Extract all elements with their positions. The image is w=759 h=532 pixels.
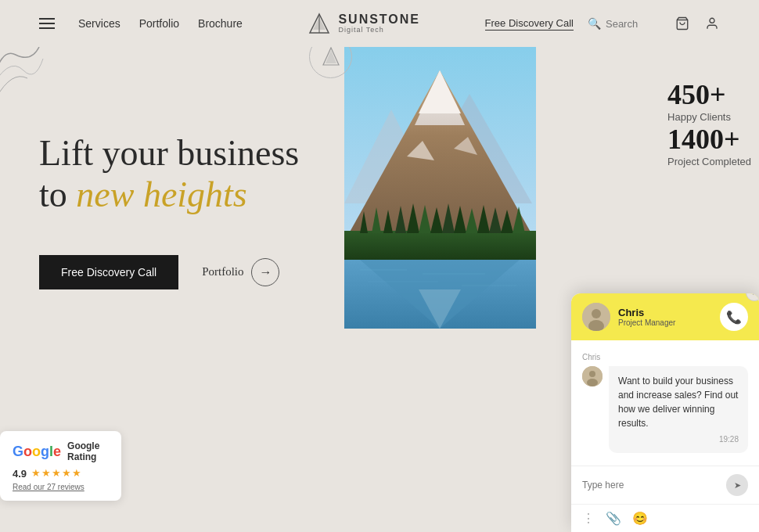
stat-happy-clients: 450+ Happy Clients [667,78,751,123]
hamburger-button[interactable] [39,18,55,29]
chat-avatar [582,303,610,331]
rating-stars: ★★★★★ [31,467,82,480]
google-rating-widget: Google Google Rating 4.9 ★★★★★ Read our … [0,431,121,501]
cart-icon[interactable] [674,16,690,31]
chat-agent-name: Chris [618,307,675,318]
chat-footer-icons: ⋮ 📎 😊 [571,504,759,532]
logo-text: SUNSTONE Digital Tech [338,13,420,34]
hero-buttons: Free Discovery Call Portfolio → [39,255,383,289]
badge-icon [319,45,343,69]
chat-body: Chris Want to build your business and in… [571,340,759,466]
chat-sender-label: Chris [582,353,748,361]
chat-agent-role: Project Manager [618,318,675,327]
search-input[interactable] [606,18,660,30]
stat-label-2: Project Completed [667,156,751,167]
attachment-icon[interactable]: 📎 [606,511,621,526]
navbar: Services Portfolio Brochure SUNSTONE Dig… [0,0,759,47]
nav-left: Services Portfolio Brochure [39,16,243,31]
nav-right: Free Discovery Call 🔍 [485,16,720,31]
nav-portfolio[interactable]: Portfolio [139,17,179,30]
google-header: Google Google Rating [13,440,109,462]
hero-image [344,47,536,329]
nav-brochure[interactable]: Brochure [198,17,243,30]
portfolio-button[interactable]: Portfolio → [202,258,279,286]
stat-label-1: Happy Clients [667,111,751,123]
heading-highlight: new heights [76,174,246,214]
chat-header: Chris Project Manager 📞 [571,293,759,340]
website-wrapper: Services Portfolio Brochure SUNSTONE Dig… [0,0,759,532]
google-logo: Google [13,444,61,460]
chat-widget: × Chris Project Manager 📞 [571,293,759,532]
svg-point-38 [592,309,601,318]
reviews-link[interactable]: Read our 27 reviews [13,483,109,491]
rating-row: 4.9 ★★★★★ [13,467,109,480]
mountain-svg [344,47,536,329]
svg-point-41 [589,371,595,377]
hero-heading: Lift your business to new heights [39,133,383,216]
free-discovery-button[interactable]: Free Discovery Call [39,255,178,289]
chat-bubble-wrapper: Want to build your business and increase… [582,366,748,453]
chat-input-area: ➤ [571,466,759,504]
chat-time: 19:28 [618,433,739,445]
heading-line1: Lift your business [39,133,299,173]
heading-line2: to [39,174,76,214]
chat-bubble-avatar [582,366,603,386]
stat-number-2: 1400+ [667,123,751,156]
portfolio-label: Portfolio [202,265,243,279]
svg-rect-13 [344,231,536,262]
portfolio-arrow-icon: → [251,258,279,286]
rating-score: 4.9 [13,468,27,480]
user-icon[interactable] [704,16,720,31]
chat-input[interactable] [582,480,726,491]
more-options-icon[interactable]: ⋮ [582,511,595,526]
chat-user-info: Chris Project Manager [582,303,675,331]
logo-sub: Digital Tech [338,27,420,34]
emoji-icon[interactable]: 😊 [632,511,648,526]
hero-stats: 450+ Happy Clients 1400+ Project Complet… [667,78,751,167]
stat-number-1: 450+ [667,78,751,111]
send-icon: ➤ [734,480,741,491]
logo-icon [307,11,332,36]
chat-agent-details: Chris Project Manager [618,307,675,327]
nav-links: Services Portfolio Brochure [78,16,243,31]
nav-services[interactable]: Services [78,17,121,30]
chat-message-content: Want to build your business and increase… [609,366,748,453]
chat-bubble: Want to build your business and increase… [609,366,748,453]
search-box: 🔍 [588,17,660,31]
svg-point-42 [587,379,598,386]
stat-projects: 1400+ Project Completed [667,123,751,167]
discovery-call-link[interactable]: Free Discovery Call [485,17,574,31]
svg-point-4 [710,18,714,23]
logo: SUNSTONE Digital Tech [307,11,420,36]
chat-send-button[interactable]: ➤ [726,474,748,496]
logo-name: SUNSTONE [338,13,420,27]
chat-call-button[interactable]: 📞 [720,303,748,331]
google-rating-label: Google Rating [67,440,109,462]
phone-icon: 📞 [726,310,742,325]
chat-message-text: Want to build your business and increase… [618,376,738,429]
search-icon: 🔍 [588,17,601,31]
